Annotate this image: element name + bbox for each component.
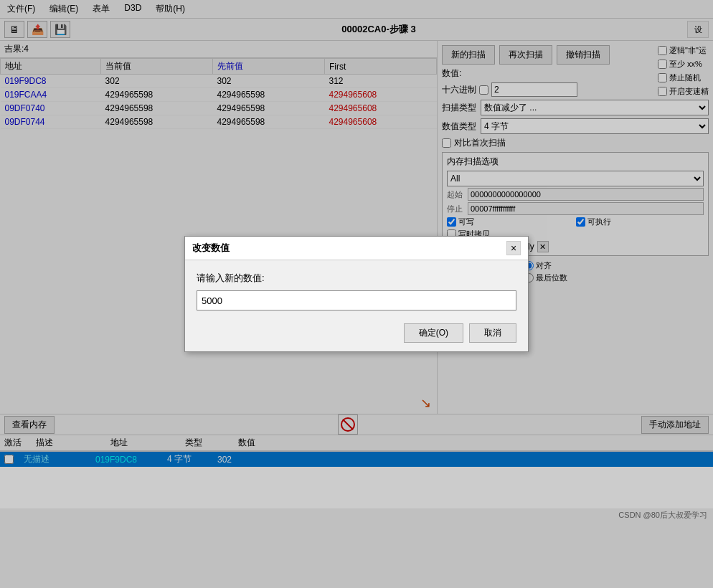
dialog-ok-button[interactable]: 确定(O) <box>404 323 463 343</box>
dialog-label: 请输入新的数值: <box>197 272 516 285</box>
dialog-overlay: 改变数值 × 请输入新的数值: 确定(O) 取消 <box>0 0 713 588</box>
dialog-title: 改变数值 <box>192 242 230 255</box>
dialog-close-button[interactable]: × <box>506 241 521 255</box>
dialog-cancel-button[interactable]: 取消 <box>469 323 516 343</box>
change-value-dialog: 改变数值 × 请输入新的数值: 确定(O) 取消 <box>184 236 529 352</box>
dialog-value-input[interactable] <box>197 290 516 310</box>
dialog-body: 请输入新的数值: <box>185 260 528 318</box>
dialog-buttons: 确定(O) 取消 <box>185 318 528 351</box>
dialog-title-bar: 改变数值 × <box>185 237 528 260</box>
